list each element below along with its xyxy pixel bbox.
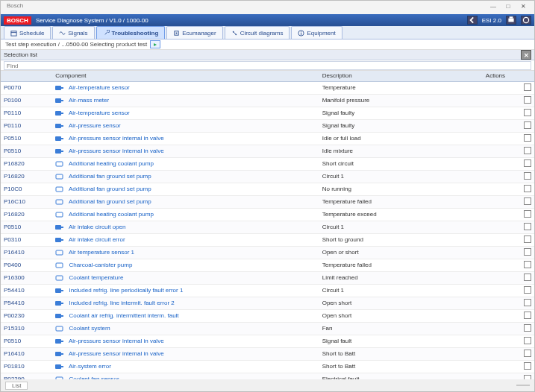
row-checkbox[interactable] xyxy=(524,83,531,91)
cell-action xyxy=(483,347,534,360)
panel-close-button[interactable]: ✕ xyxy=(521,50,531,60)
component-link[interactable]: Additional heating coolant pump xyxy=(69,160,154,167)
component-link[interactable]: Charcoal-canister pump xyxy=(69,262,132,268)
tab-circuit-diagrams[interactable]: Circuit diagrams xyxy=(225,26,290,39)
window-title: Bosch xyxy=(7,2,23,9)
row-checkbox[interactable] xyxy=(524,223,531,230)
breadcrumb-go-button[interactable]: ▸ xyxy=(150,40,160,48)
row-checkbox[interactable] xyxy=(524,299,531,306)
table-row[interactable]: P16820 Additional heating coolant pump T… xyxy=(1,208,534,221)
component-link[interactable]: Coolant temperature xyxy=(69,274,123,281)
row-checkbox[interactable] xyxy=(524,362,531,370)
row-checkbox[interactable] xyxy=(524,109,531,116)
table-row[interactable]: P0510 Air-pressure sensor internal in va… xyxy=(1,145,534,157)
component-link[interactable]: Coolant air refrig. intermittent interm.… xyxy=(69,312,178,319)
svg-rect-19 xyxy=(55,124,61,128)
row-checkbox[interactable] xyxy=(524,248,531,256)
col-code-header[interactable] xyxy=(1,71,52,81)
row-checkbox[interactable] xyxy=(524,159,531,167)
tab-signals[interactable]: Signals xyxy=(52,26,94,39)
table-row[interactable]: P02390 Coolant fan sensor Electrical fau… xyxy=(1,373,534,379)
row-checkbox[interactable] xyxy=(524,134,531,142)
row-checkbox[interactable] xyxy=(524,286,531,294)
row-checkbox[interactable] xyxy=(524,121,531,129)
row-checkbox[interactable] xyxy=(524,197,531,205)
table-row[interactable]: P0110 Air-temperature sensor Signal faul… xyxy=(1,107,534,119)
row-checkbox[interactable] xyxy=(524,274,531,281)
status-left[interactable]: List xyxy=(5,382,28,390)
print-button[interactable] xyxy=(506,16,516,25)
table-row[interactable]: P16820 Additional heating coolant pump S… xyxy=(1,157,534,170)
component-link[interactable]: Air intake circuit open xyxy=(69,224,125,230)
table-row[interactable]: P0510 Air intake circuit open Circuit 1 xyxy=(1,221,534,233)
component-link[interactable]: Additional fan ground set pump xyxy=(69,173,151,180)
tab-schedule[interactable]: Schedule xyxy=(4,26,51,39)
component-link[interactable]: Additional fan ground set pump xyxy=(69,186,151,192)
table-row[interactable]: P0510 Air-pressure sensor internal in va… xyxy=(1,335,534,347)
col-component-header[interactable]: Component xyxy=(52,71,319,81)
cell-code: P0110 xyxy=(1,119,52,132)
settings-button[interactable] xyxy=(521,16,531,25)
row-checkbox[interactable] xyxy=(524,147,531,154)
component-link[interactable]: Air-system error xyxy=(69,363,111,370)
minimize-button[interactable]: — xyxy=(488,2,498,10)
component-link[interactable]: Air-temperature sensor xyxy=(69,110,130,116)
component-link[interactable]: Included refrig. line intermit. fault er… xyxy=(69,300,174,306)
cell-component: Air-pressure sensor internal in valve xyxy=(52,145,319,157)
component-link[interactable]: Additional fan ground set pump xyxy=(69,198,151,205)
col-action-header[interactable]: Actions xyxy=(483,71,534,81)
close-button[interactable]: ✕ xyxy=(518,2,528,10)
table-row[interactable]: P0100 Air-mass meter Manifold pressure xyxy=(1,94,534,107)
table-row[interactable]: P01810 Air-system error Short to Batt xyxy=(1,360,534,373)
row-checkbox[interactable] xyxy=(524,185,531,192)
component-link[interactable]: Included refrig. line periodically fault… xyxy=(69,287,183,294)
component-link[interactable]: Air-temperature sensor xyxy=(69,84,130,91)
table-row[interactable]: P15310 Coolant system Fan xyxy=(1,322,534,335)
table-row[interactable]: P16410 Air-pressure sensor internal in v… xyxy=(1,347,534,360)
table-row[interactable]: P0070 Air-temperature sensor Temperature xyxy=(1,81,534,94)
table-row[interactable]: P16820 Additional fan ground set pump Ci… xyxy=(1,170,534,183)
col-description-header[interactable]: Description xyxy=(319,71,483,81)
table-row[interactable]: P10C0 Additional fan ground set pump No … xyxy=(1,183,534,195)
row-checkbox[interactable] xyxy=(524,324,531,332)
maximize-button[interactable]: □ xyxy=(503,2,513,10)
search-input[interactable] xyxy=(4,61,531,70)
component-link[interactable]: Air intake circuit error xyxy=(69,236,125,243)
table-row[interactable]: P16300 Coolant temperature Limit reached xyxy=(1,271,534,284)
table-row[interactable]: P0310 Air intake circuit error Short to … xyxy=(1,233,534,246)
row-checkbox[interactable] xyxy=(524,96,531,104)
row-checkbox[interactable] xyxy=(524,350,531,357)
table-row[interactable]: P54410 Included refrig. line periodicall… xyxy=(1,284,534,297)
component-link[interactable]: Air-pressure sensor internal in valve xyxy=(69,338,164,344)
component-link[interactable]: Coolant system xyxy=(69,325,110,332)
app-window: Bosch — □ ✕ BOSCH Service Diagnose Syste… xyxy=(0,0,535,392)
row-checkbox[interactable] xyxy=(524,337,531,344)
component-link[interactable]: Air temperature sensor 1 xyxy=(69,249,134,256)
component-link[interactable]: Air-pressure sensor internal in valve xyxy=(69,135,164,142)
table-row[interactable]: P54410 Included refrig. line intermit. f… xyxy=(1,297,534,309)
row-checkbox[interactable] xyxy=(524,261,531,268)
tab-troubleshooting[interactable]: Troubleshooting xyxy=(96,26,166,39)
row-checkbox[interactable] xyxy=(524,312,531,319)
tab-ecumanager[interactable]: Ecumanager xyxy=(166,26,222,39)
fault-grid[interactable]: Component Description Actions P0070 Air-… xyxy=(1,71,534,379)
table-row[interactable]: P0400 Charcoal-canister pump Temperature… xyxy=(1,259,534,271)
row-checkbox[interactable] xyxy=(524,172,531,180)
status-right[interactable] xyxy=(516,385,530,386)
row-checkbox[interactable] xyxy=(524,210,531,218)
tab-equipment[interactable]: Equipment xyxy=(291,26,342,39)
table-row[interactable]: P16C10 Additional fan ground set pump Te… xyxy=(1,195,534,208)
component-link[interactable]: Air-pressure sensor internal in valve xyxy=(69,148,164,154)
row-checkbox[interactable] xyxy=(524,235,531,243)
cell-component: Coolant system xyxy=(52,322,319,335)
table-row[interactable]: P0110 Air-pressure sensor Signal faulty xyxy=(1,119,534,132)
cell-code: P01810 xyxy=(1,360,52,373)
component-link[interactable]: Air-mass meter xyxy=(69,97,109,104)
table-row[interactable]: P16410 Air temperature sensor 1 Open or … xyxy=(1,246,534,259)
component-link[interactable]: Additional heating coolant pump xyxy=(69,211,154,218)
table-row[interactable]: P0510 Air-pressure sensor internal in va… xyxy=(1,132,534,145)
component-link[interactable]: Air-pressure sensor xyxy=(69,122,121,129)
table-row[interactable]: P00230 Coolant air refrig. intermittent … xyxy=(1,309,534,322)
component-link[interactable]: Air-pressure sensor internal in valve xyxy=(69,350,164,357)
back-button[interactable] xyxy=(467,16,478,25)
